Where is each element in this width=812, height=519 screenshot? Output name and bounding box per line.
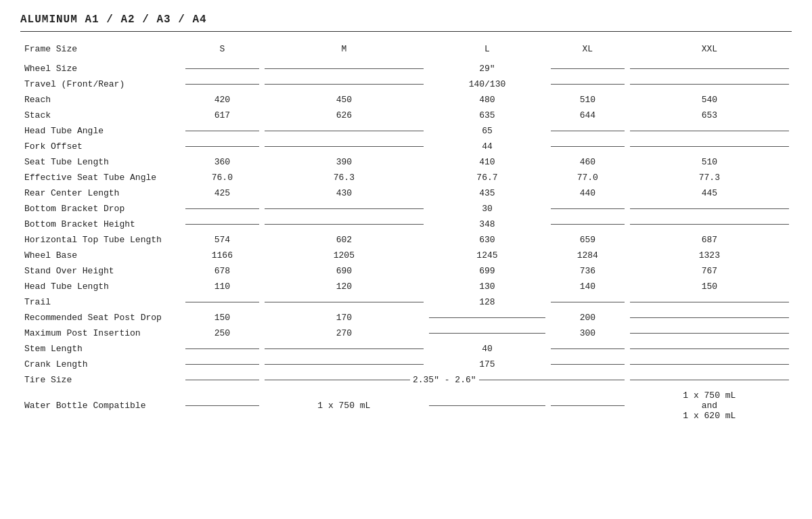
cell-m: 602 [262, 232, 426, 248]
row-label: Fork Offset [20, 139, 183, 154]
cell-xl: 644 [548, 108, 627, 123]
cell-xxl-line [627, 310, 792, 325]
cell-l: 410 [426, 154, 548, 170]
table-row: Water Bottle Compatible1 x 750 mL1 x 750… [20, 388, 792, 424]
cell-s: 617 [183, 108, 262, 123]
cell-s: 574 [183, 232, 262, 248]
cell-m: 1205 [262, 248, 426, 263]
row-label: Stem Length [20, 341, 183, 357]
cell-l-value: 30 [426, 201, 548, 217]
table-row: Seat Tube Length360390410460510 [20, 154, 792, 170]
cell-xxl-line [627, 217, 792, 232]
cell-xl-line [548, 139, 627, 154]
row-label: Crank Length [20, 357, 183, 372]
table-row: Stem Length40 [20, 341, 792, 357]
cell-xxl: 445 [627, 185, 792, 201]
cell-xxl-line [627, 139, 792, 154]
cell-m: 690 [262, 263, 426, 279]
cell-xxl: 653 [627, 108, 792, 123]
row-label: Water Bottle Compatible [20, 388, 183, 424]
cell-m: 430 [262, 185, 426, 201]
col-header-XL: XL [548, 41, 627, 61]
col-header-label: Frame Size [20, 41, 183, 61]
cell-l-line [426, 310, 548, 325]
cell-l-value: 40 [426, 341, 548, 357]
cell-m-line [262, 76, 426, 92]
row-label: Bottom Bracket Drop [20, 201, 183, 217]
cell-s-line [183, 341, 262, 357]
row-label: Trail [20, 294, 183, 310]
cell-xxl-line [627, 76, 792, 92]
table-row: Head Tube Angle65 [20, 123, 792, 139]
cell-xxl: 150 [627, 279, 792, 294]
table-row: Wheel Base11661205124512841323 [20, 248, 792, 263]
row-label: Tire Size [20, 372, 183, 388]
cell-m-line [262, 217, 426, 232]
cell-l-value: 175 [426, 357, 548, 372]
cell-m-line [262, 123, 426, 139]
cell-m: 390 [262, 154, 426, 170]
cell-xxl-line [627, 372, 792, 388]
cell-l: 130 [426, 279, 548, 294]
table-row: Recommended Seat Post Drop150170200 [20, 310, 792, 325]
cell-l-value: 348 [426, 217, 548, 232]
table-row: Head Tube Length110120130140150 [20, 279, 792, 294]
cell-s: 76.0 [183, 170, 262, 185]
table-row: Maximum Post Insertion250270300 [20, 325, 792, 341]
cell-xxl-value: 1 x 750 mL and 1 x 620 mL [627, 388, 792, 424]
row-label: Recommended Seat Post Drop [20, 310, 183, 325]
cell-l-value: 44 [426, 139, 548, 154]
cell-m: 170 [262, 310, 426, 325]
cell-l: 635 [426, 108, 548, 123]
cell-s-line [183, 357, 262, 372]
row-label: Horizontal Top Tube Length [20, 232, 183, 248]
cell-xxl-line [627, 325, 792, 341]
cell-m-line [262, 294, 426, 310]
cell-s-line [183, 61, 262, 76]
cell-xl-line [548, 61, 627, 76]
cell-l: 1245 [426, 248, 548, 263]
cell-xxl: 687 [627, 232, 792, 248]
cell-xxl-line [627, 201, 792, 217]
cell-xl-value: 300 [548, 325, 627, 341]
cell-l-value: 140/130 [426, 76, 548, 92]
cell-xxl: 77.3 [627, 170, 792, 185]
table-row: Stand Over Height678690699736767 [20, 263, 792, 279]
row-label: Stack [20, 108, 183, 123]
cell-xl: 440 [548, 185, 627, 201]
table-row: Horizontal Top Tube Length57460263065968… [20, 232, 792, 248]
cell-xl-line [548, 217, 627, 232]
cell-xl: 460 [548, 154, 627, 170]
cell-m-line [262, 201, 426, 217]
cell-span-value: 2.35″ - 2.6″ [262, 372, 627, 388]
cell-xl: 77.0 [548, 170, 627, 185]
cell-xl-line [548, 76, 627, 92]
col-header-S: S [183, 41, 262, 61]
cell-xxl-line [627, 123, 792, 139]
cell-xl: 1284 [548, 248, 627, 263]
cell-l-value: 128 [426, 294, 548, 310]
row-label: Effective Seat Tube Angle [20, 170, 183, 185]
table-row: Tire Size2.35″ - 2.6″ [20, 372, 792, 388]
cell-xl: 659 [548, 232, 627, 248]
col-header-M: M [262, 41, 426, 61]
table-row: Reach420450480510540 [20, 92, 792, 108]
cell-s-line [183, 388, 262, 424]
cell-l-line [426, 388, 548, 424]
cell-xl: 140 [548, 279, 627, 294]
cell-l: 76.7 [426, 170, 548, 185]
cell-xl: 736 [548, 263, 627, 279]
cell-s: 420 [183, 92, 262, 108]
cell-xxl-line [627, 341, 792, 357]
cell-xxl-line [627, 294, 792, 310]
cell-l: 699 [426, 263, 548, 279]
cell-s-line [183, 217, 262, 232]
row-label: Wheel Base [20, 248, 183, 263]
cell-l: 480 [426, 92, 548, 108]
table-row: Bottom Bracket Height348 [20, 217, 792, 232]
spec-table: Frame Size S M L XL XXL Wheel Size29″Tra… [20, 41, 792, 424]
cell-m-line [262, 61, 426, 76]
table-row: Bottom Bracket Drop30 [20, 201, 792, 217]
table-row: Fork Offset44 [20, 139, 792, 154]
cell-s-line [183, 123, 262, 139]
